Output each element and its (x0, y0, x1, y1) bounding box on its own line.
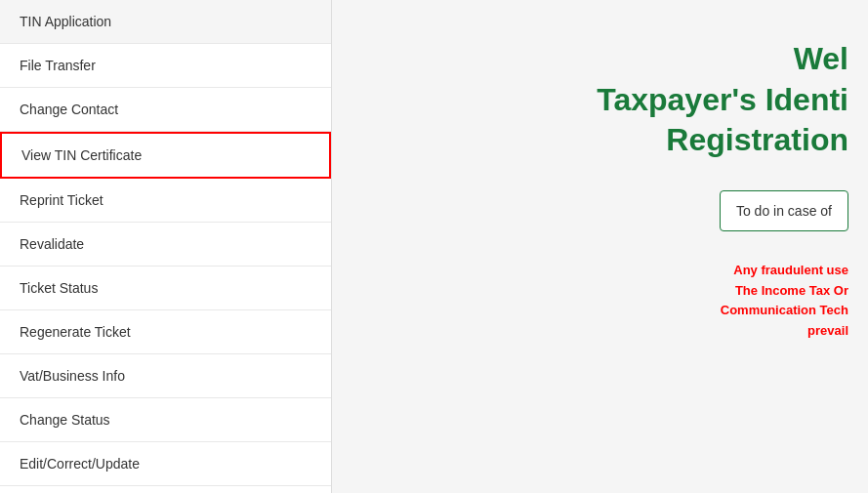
sidebar-item-regenerate-ticket[interactable]: Regenerate Ticket (0, 310, 331, 354)
sidebar-item-change-status[interactable]: Change Status (0, 398, 331, 442)
sidebar-item-view-tin-certificate[interactable]: View TIN Certificate (0, 132, 331, 179)
sidebar-item-tin-application[interactable]: TIN Application (0, 0, 331, 44)
main-content: Wel Taxpayer's Identi Registration To do… (332, 0, 868, 493)
info-box: To do in case of (720, 190, 848, 231)
sidebar-item-view-request-status[interactable]: View Request Status (0, 486, 331, 493)
fraud-notice: Any fraudulent use The Income Tax Or Com… (721, 261, 848, 342)
sidebar-item-ticket-status[interactable]: Ticket Status (0, 267, 331, 310)
sidebar-item-edit-correct-update[interactable]: Edit/Correct/Update (0, 442, 331, 486)
sidebar-item-vat-business-info[interactable]: Vat/Business Info (0, 354, 331, 398)
sidebar-item-file-transfer[interactable]: File Transfer (0, 44, 331, 88)
sidebar-item-reprint-ticket[interactable]: Reprint Ticket (0, 179, 331, 223)
sidebar-item-change-contact[interactable]: Change Contact (0, 88, 331, 132)
sidebar-item-revalidate[interactable]: Revalidate (0, 223, 331, 267)
welcome-title: Wel Taxpayer's Identi Registration (597, 39, 848, 161)
sidebar: TIN Application File Transfer Change Con… (0, 0, 332, 493)
